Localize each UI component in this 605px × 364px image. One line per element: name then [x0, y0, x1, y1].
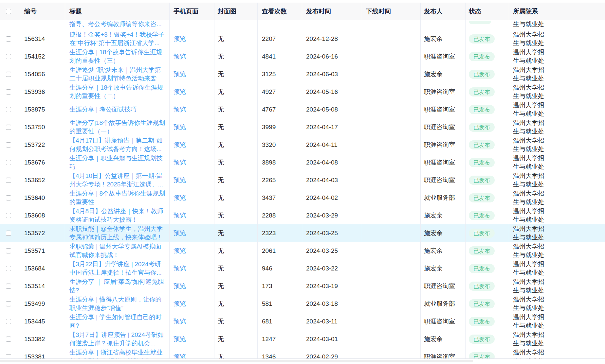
publish-date: 2024-04-11 [306, 141, 338, 148]
header-cell-cover: 封面图 [214, 3, 258, 20]
row-checkbox[interactable] [6, 195, 11, 200]
row-checkbox[interactable] [6, 54, 11, 59]
article-title-link[interactable]: 指导、考公考编教师编等你来咨... [69, 20, 162, 28]
row-mobile-page-cell: 预览 [170, 136, 214, 154]
preview-link[interactable]: 预览 [174, 229, 186, 237]
article-title-link[interactable]: 【4月10日】公益讲座｜第一期·温州大学专场！2025年浙江选调、... [69, 172, 167, 189]
row-publisher-cell: 职涯咨询室 [421, 277, 466, 295]
preview-link[interactable]: 预览 [174, 264, 186, 273]
row-select-cell [0, 277, 19, 295]
preview-link[interactable]: 预览 [174, 105, 186, 114]
article-title-link[interactable]: 生涯分享 | 学生如何管理自己的时间? [69, 313, 167, 330]
row-cover-cell: 无 [214, 224, 258, 242]
horizontal-scrollbar-thumb[interactable] [0, 360, 473, 362]
article-title-link[interactable]: 【3月7日】讲座预告 | 2024考研如何逆袭上岸？抓住升学的机会... [69, 331, 167, 348]
preview-link[interactable]: 预览 [174, 123, 186, 131]
preview-link[interactable]: 预览 [174, 335, 186, 343]
cover-value: 无 [218, 353, 224, 359]
row-offline-time-cell [362, 348, 421, 359]
article-title-link[interactable]: 求职锦囊 | 温州大学专属AI模拟面试官喊你来挑战！ [69, 242, 167, 259]
row-mobile-page-cell: 预览 [170, 207, 214, 224]
row-title-cell: 生涯逐梦 ‘职’梦未来｜温州大学第二十届职业规划节特色活动来袭 [65, 65, 170, 83]
row-mobile-page-cell: 预览 [170, 313, 214, 330]
preview-link[interactable]: 预览 [174, 211, 186, 220]
preview-link[interactable]: 预览 [174, 353, 186, 359]
row-checkbox[interactable] [6, 337, 11, 342]
row-title-cell: 求职锦囊 | 温州大学专属AI模拟面试官喊你来挑战！ [65, 242, 170, 260]
article-title-link[interactable]: 求职技能｜@全体学生，温州大学专属神笔简历上线，快来体验吧！ [69, 225, 167, 242]
status-badge-clipped [469, 21, 491, 24]
row-checkbox[interactable] [6, 213, 11, 218]
cover-value: 无 [218, 194, 224, 202]
header-cell-department: 所属院系 [509, 3, 605, 20]
select-all-checkbox[interactable] [6, 9, 11, 14]
row-checkbox[interactable] [6, 36, 11, 42]
row-select-cell [0, 101, 19, 118]
row-checkbox[interactable] [6, 248, 11, 253]
publisher-name: 职涯咨询室 [424, 105, 455, 114]
row-checkbox[interactable] [6, 319, 11, 324]
preview-link[interactable]: 预览 [174, 70, 186, 78]
article-title-link[interactable]: 【4月8日】公益讲座｜快来！教师资格证面试技巧大披露！ [69, 207, 167, 224]
article-title-link[interactable]: 生涯逐梦 ‘职’梦未来｜温州大学第二十届职业规划节特色活动来袭 [69, 66, 167, 83]
publisher-name: 职涯咨询室 [424, 123, 455, 131]
row-publisher-cell: 施宏余 [421, 330, 466, 348]
row-checkbox[interactable] [6, 266, 11, 271]
views-count: 4841 [262, 53, 276, 60]
preview-link[interactable]: 预览 [174, 52, 186, 61]
row-status-cell: 已发布 [466, 207, 509, 224]
article-title-link[interactable]: 捷报！金奖+3！银奖+4！我校学子在“中行杯”第十五届浙江省大学... [69, 30, 167, 47]
article-title-link[interactable]: 生涯分享 ｜ 应届“菜鸟”如何避免胆怯? [69, 278, 167, 295]
department-text: 生与就业处 [513, 20, 546, 28]
row-status-cell: 已发布 [466, 171, 509, 189]
row-checkbox[interactable] [6, 284, 11, 289]
preview-link[interactable]: 预览 [174, 282, 186, 290]
row-status-cell: 已发布 [466, 136, 509, 154]
table-row: 154056 生涯逐梦 ‘职’梦未来｜温州大学第二十届职业规划节特色活动来袭 预… [0, 65, 605, 83]
preview-link[interactable]: 预览 [174, 300, 186, 308]
article-title-link[interactable]: 生涯分享 | 18个故事告诉你生涯规划的重要性（三） [69, 48, 167, 65]
row-title-cell: 【3月22日】升学讲座 | 2024考研中国香港上岸捷径！招生官与你... [65, 260, 170, 277]
cover-value: 无 [218, 141, 224, 149]
preview-link[interactable]: 预览 [174, 141, 186, 149]
row-checkbox[interactable] [6, 107, 11, 112]
preview-link[interactable]: 预览 [174, 194, 186, 202]
article-title-link[interactable]: 生涯分享 | 懂得八大原则，让你的职业生涯稳步“增值” [69, 295, 167, 312]
row-select-cell [0, 260, 19, 277]
row-checkbox[interactable] [6, 178, 11, 183]
row-checkbox[interactable] [6, 142, 11, 147]
preview-link[interactable]: 预览 [174, 176, 186, 184]
article-title-link[interactable]: 【3月22日】升学讲座 | 2024考研中国香港上岸捷径！招生官与你... [69, 260, 167, 277]
row-mobile-page-cell: 预览 [170, 154, 214, 171]
article-title-link[interactable]: 生涯分享|18个故事告诉你生涯规划的重要性（一） [69, 119, 167, 136]
row-status-cell: 已发布 [466, 260, 509, 277]
row-checkbox[interactable] [6, 231, 11, 236]
article-title-link[interactable]: 【4月17日】讲座预告｜第二期·如何规划公职考试备考方向！这场... [69, 136, 167, 153]
row-checkbox[interactable] [6, 125, 11, 130]
preview-link[interactable]: 预览 [174, 317, 186, 326]
article-title-link[interactable]: 生涯分享 | 8个故事告诉你生涯规划的重要性 [69, 189, 167, 206]
row-checkbox[interactable] [6, 301, 11, 306]
row-checkbox[interactable] [6, 354, 11, 359]
article-title-link[interactable]: 生涯分享｜职业兴趣与生涯规划技巧 [69, 154, 167, 171]
preview-link[interactable]: 预览 [174, 88, 186, 96]
publisher-name: 职涯咨询室 [424, 158, 455, 167]
preview-link[interactable]: 预览 [174, 247, 186, 255]
preview-link[interactable]: 预览 [174, 158, 186, 167]
row-checkbox[interactable] [6, 72, 11, 77]
row-status-cell: 已发布 [466, 83, 509, 101]
row-checkbox[interactable] [6, 89, 11, 95]
row-publish-time-cell: 2024-05-08 [302, 101, 362, 118]
row-select-cell [0, 207, 19, 224]
row-checkbox[interactable] [6, 160, 11, 165]
article-title-link[interactable]: 生涯分享｜18个故事告诉你生涯规划的重要性（二） [69, 83, 167, 100]
row-select-cell [0, 313, 19, 330]
department-text: 温州大学招生与就业处 [513, 101, 546, 118]
horizontal-scrollbar[interactable] [0, 359, 605, 364]
article-title-link[interactable]: 生涯分享｜浙江省高校毕业生就业创业典型人物 温州大学陈上班 [69, 348, 167, 359]
row-title-cell: 指导、考公考编教师编等你来咨... [65, 20, 170, 30]
row-department-cell: 温州大学招生与就业处 [509, 224, 605, 242]
article-title-link[interactable]: 生涯分享 | 考公面试技巧 [69, 105, 137, 114]
preview-link[interactable]: 预览 [174, 35, 186, 43]
article-id: 153572 [24, 230, 45, 237]
